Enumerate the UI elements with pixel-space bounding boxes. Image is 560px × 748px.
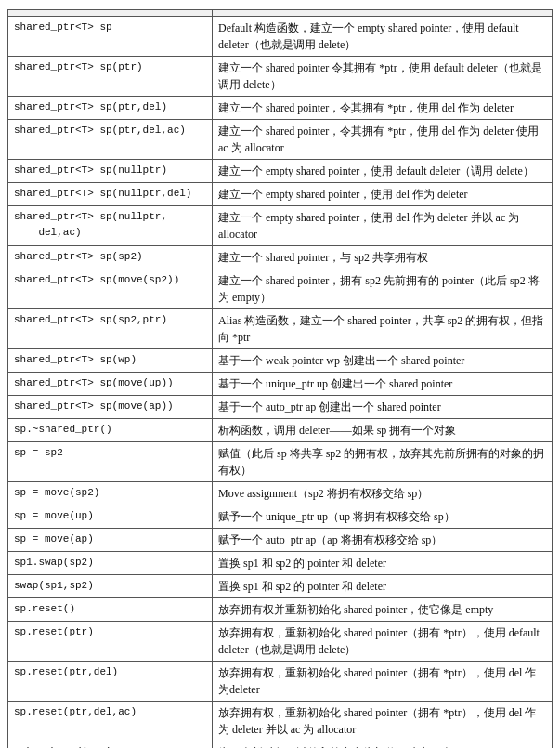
operation-cell: shared_ptr<T> sp(nullptr) [8,160,213,183]
table-row: shared_ptr<T> sp(sp2,ptr)Alias 构造函数，建立一个… [8,309,553,349]
table-row: sp.~shared_ptr()析构函数，调用 deleter——如果 sp 拥… [8,419,553,442]
effect-cell: 放弃拥有权，重新初始化 shared pointer（拥有 *ptr），使用 d… [213,702,553,741]
table-row: sp = move(ap)赋予一个 auto_ptr ap（ap 将拥有权移交给… [8,529,553,552]
operation-cell: sp.~shared_ptr() [8,419,213,442]
effect-cell: 放弃拥有权，重新初始化 shared pointer（拥有 *ptr），使用 d… [213,662,553,702]
table-row: sp.reset()放弃拥有权并重新初始化 shared pointer，使它像… [8,598,553,622]
operation-cell: shared_ptr<T> sp(move(up)) [8,373,213,396]
operation-cell: sp = move(up) [8,505,213,529]
operation-cell: sp = move(sp2) [8,482,213,505]
effect-cell: Alias 构造函数，建立一个 shared pointer，共享 sp2 的拥… [213,309,553,349]
effect-cell: 基于一个 weak pointer wp 创建出一个 shared pointe… [213,349,553,373]
effect-cell: 建立一个 empty shared pointer，使用 del 作为 dele… [213,183,553,206]
operation-cell: shared_ptr<T> sp(move(sp2)) [8,269,213,309]
table-row: shared_ptr<T> sp(move(up))基于一个 unique_pt… [8,373,553,396]
operation-cell: shared_ptr<T> sp [8,17,213,57]
effect-cell: 析构函数，调用 deleter——如果 sp 拥有一个对象 [213,419,553,442]
table-row: sp1.swap(sp2)置换 sp1 和 sp2 的 pointer 和 de… [8,552,553,575]
table-row: shared_ptr<T> sp(ptr)建立一个 shared pointer… [8,57,553,97]
operation-cell: sp.reset(ptr,del,ac) [8,702,213,741]
table-row: shared_ptr<T> sp(move(ap))基于一个 auto_ptr … [8,396,553,419]
operation-cell: sp = sp2 [8,442,213,482]
effect-cell: 建立一个 shared pointer，拥有 sp2 先前拥有的 pointer… [213,269,553,309]
col-header-op [8,10,213,17]
effect-cell: 建立一个 shared pointer，令其拥有 *ptr，使用 del 作为 … [213,97,553,120]
operation-cell: shared_ptr<T> sp(ptr) [8,57,213,97]
table-row: sp.reset(ptr,del,ac)放弃拥有权，重新初始化 shared p… [8,702,553,741]
effect-cell: 建立一个 empty shared pointer，使用 del 作为 dele… [213,206,553,246]
operation-cell: shared_ptr<T> sp(ptr,del,ac) [8,120,213,160]
table-row: swap(sp1,sp2)置换 sp1 和 sp2 的 pointer 和 de… [8,575,553,598]
table-row: shared_ptr<T> sp(nullptr)建立一个 empty shar… [8,160,553,183]
operation-cell: shared_ptr<T> sp(sp2,ptr) [8,309,213,349]
operation-cell: sp = move(ap) [8,529,213,552]
table-row: shared_ptr<T> spDefault 构造函数，建立一个 empty … [8,17,553,57]
table-row: shared_ptr<T> sp(nullptr, del,ac)建立一个 em… [8,206,553,246]
table-row: shared_ptr<T> sp(nullptr,del)建立一个 empty … [8,183,553,206]
table-row: sp = move(sp2)Move assignment（sp2 将拥有权移交… [8,482,553,505]
col-header-effect [213,10,553,17]
table-row: sp.reset(ptr,del)放弃拥有权，重新初始化 shared poin… [8,662,553,702]
operation-cell: sp1.swap(sp2) [8,552,213,575]
operation-cell: sp.reset(ptr) [8,622,213,662]
operation-cell: make_shared(...) [8,741,213,749]
table-row: shared_ptr<T> sp(ptr,del,ac)建立一个 shared … [8,120,553,160]
table-row: make_shared(...)为一个新对象（以传入的实参为初值）建立一个 sh… [8,741,553,749]
table-row: sp = move(up)赋予一个 unique_ptr up（up 将拥有权移… [8,505,553,529]
operations-table: shared_ptr<T> spDefault 构造函数，建立一个 empty … [7,9,553,748]
effect-cell: 建立一个 empty shared pointer，使用 default del… [213,160,553,183]
effect-cell: 置换 sp1 和 sp2 的 pointer 和 deleter [213,552,553,575]
operation-cell: shared_ptr<T> sp(ptr,del) [8,97,213,120]
operation-cell: sp.reset(ptr,del) [8,662,213,702]
effect-cell: 赋值（此后 sp 将共享 sp2 的拥有权，放弃其先前所拥有的对象的拥有权） [213,442,553,482]
operation-cell: shared_ptr<T> sp(nullptr,del) [8,183,213,206]
operation-cell: shared_ptr<T> sp(sp2) [8,246,213,269]
table-row: shared_ptr<T> sp(ptr,del)建立一个 shared poi… [8,97,553,120]
table-row: shared_ptr<T> sp(move(sp2))建立一个 shared p… [8,269,553,309]
operation-cell: swap(sp1,sp2) [8,575,213,598]
operation-cell: shared_ptr<T> sp(nullptr, del,ac) [8,206,213,246]
table-row: sp = sp2赋值（此后 sp 将共享 sp2 的拥有权，放弃其先前所拥有的对… [8,442,553,482]
effect-cell: 建立一个 shared pointer，与 sp2 共享拥有权 [213,246,553,269]
effect-cell: 基于一个 unique_ptr up 创建出一个 shared pointer [213,373,553,396]
table-row: sp.reset(ptr)放弃拥有权，重新初始化 shared pointer（… [8,622,553,662]
effect-cell: 放弃拥有权并重新初始化 shared pointer，使它像是 empty [213,598,553,622]
table-row: shared_ptr<T> sp(wp)基于一个 weak pointer wp… [8,349,553,373]
effect-cell: 建立一个 shared pointer，令其拥有 *ptr，使用 del 作为 … [213,120,553,160]
effect-cell: 赋予一个 auto_ptr ap（ap 将拥有权移交给 sp） [213,529,553,552]
effect-cell: 赋予一个 unique_ptr up（up 将拥有权移交给 sp） [213,505,553,529]
effect-cell: 基于一个 auto_ptr ap 创建出一个 shared pointer [213,396,553,419]
operation-cell: shared_ptr<T> sp(wp) [8,349,213,373]
effect-cell: Move assignment（sp2 将拥有权移交给 sp） [213,482,553,505]
effect-cell: 置换 sp1 和 sp2 的 pointer 和 deleter [213,575,553,598]
effect-cell: Default 构造函数，建立一个 empty shared pointer，使… [213,17,553,57]
effect-cell: 为一个新对象（以传入的实参为初值）建立一个 shared pointer [213,741,553,749]
effect-cell: 放弃拥有权，重新初始化 shared pointer（拥有 *ptr），使用 d… [213,622,553,662]
effect-cell: 建立一个 shared pointer 令其拥有 *ptr，使用 default… [213,57,553,97]
table-row: shared_ptr<T> sp(sp2)建立一个 shared pointer… [8,246,553,269]
operation-cell: shared_ptr<T> sp(move(ap)) [8,396,213,419]
operation-cell: sp.reset() [8,598,213,622]
